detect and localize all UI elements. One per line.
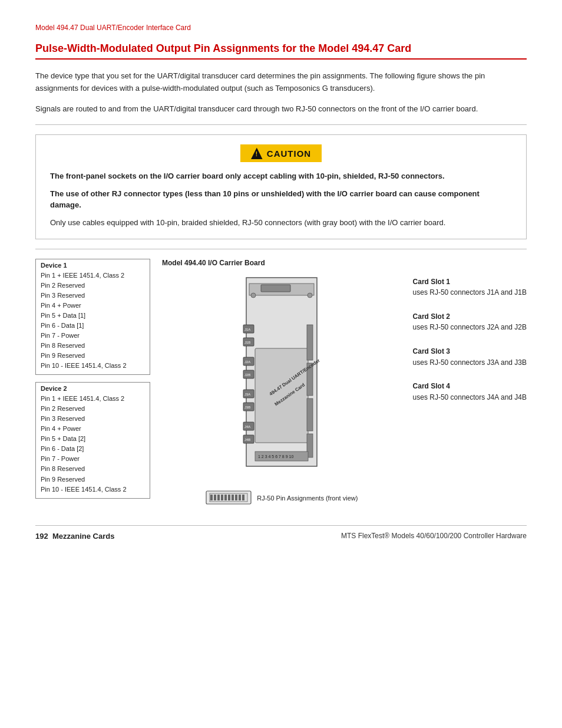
device1-header: Device 1 bbox=[41, 262, 145, 269]
footer: 192 Mezzanine Cards MTS FlexTest® Models… bbox=[35, 525, 527, 541]
caution-banner: ! CAUTION bbox=[50, 144, 512, 162]
footer-left: 192 Mezzanine Cards bbox=[35, 532, 114, 541]
svg-rect-41 bbox=[242, 495, 244, 500]
device1-pin-row: Pin 7 - Power bbox=[41, 331, 145, 341]
device1-pin-row: Pin 8 Reserved bbox=[41, 341, 145, 351]
device1-pin-row: Pin 3 Reserved bbox=[41, 291, 145, 301]
device2-pin-row: Pin 9 Reserved bbox=[41, 475, 145, 485]
card-slot-1: Card Slot 1uses RJ-50 connectors J1A and… bbox=[413, 276, 527, 298]
svg-rect-33 bbox=[214, 495, 216, 500]
section-title: Pulse-Width-Modulated Output Pin Assignm… bbox=[35, 42, 527, 60]
svg-text:1 2 3 4 5 6 7 8 9 10: 1 2 3 4 5 6 7 8 9 10 bbox=[258, 454, 293, 459]
device1-pins: Pin 1 + IEEE 1451.4, Class 2Pin 2 Reserv… bbox=[41, 271, 145, 371]
svg-text:J4A: J4A bbox=[244, 425, 250, 429]
svg-text:J1B: J1B bbox=[244, 341, 250, 344]
card-slots-col: Card Slot 1uses RJ-50 connectors J1A and… bbox=[413, 259, 527, 403]
caution-text-label: CAUTION bbox=[267, 149, 311, 159]
device2-pin-row: Pin 8 Reserved bbox=[41, 464, 145, 474]
caution-bold-1: The front-panel sockets on the I/O carri… bbox=[50, 170, 512, 182]
svg-rect-2 bbox=[261, 285, 290, 292]
device-tables: Device 1 Pin 1 + IEEE 1451.4, Class 2Pin… bbox=[35, 259, 150, 499]
svg-text:J3B: J3B bbox=[244, 406, 250, 409]
diagram-label: Model 494.40 I/O Carrier Board bbox=[162, 259, 265, 267]
footer-section: Mezzanine Cards bbox=[52, 532, 114, 541]
device2-header: Device 2 bbox=[41, 385, 145, 392]
device2-table: Device 2 Pin 1 + IEEE 1451.4, Class 2Pin… bbox=[35, 382, 150, 498]
svg-rect-36 bbox=[224, 495, 227, 500]
svg-rect-22 bbox=[307, 325, 313, 360]
svg-text:J2A: J2A bbox=[244, 360, 250, 364]
footer-right: MTS FlexTest® Models 40/60/100/200 Contr… bbox=[341, 532, 527, 540]
card-slot-desc-1: uses RJ-50 connectors J1A and J1B bbox=[413, 288, 527, 297]
svg-rect-37 bbox=[228, 495, 230, 500]
card-slot-title-4: Card Slot 4 bbox=[413, 382, 450, 390]
svg-rect-32 bbox=[210, 495, 213, 500]
rj50-pin-diagram: RJ-50 Pin Assignments (front view) bbox=[205, 489, 358, 508]
card-slot-title-1: Card Slot 1 bbox=[413, 278, 450, 286]
device2-pin-row: Pin 6 - Data [2] bbox=[41, 444, 145, 454]
svg-rect-35 bbox=[221, 495, 223, 500]
intro-p2: Signals are routed to and from the UART/… bbox=[35, 103, 527, 116]
device1-pin-row: Pin 4 + Power bbox=[41, 301, 145, 311]
device2-pin-row: Pin 7 - Power bbox=[41, 454, 145, 464]
device2-pin-row: Pin 1 + IEEE 1451.4, Class 2 bbox=[41, 394, 145, 404]
device1-table: Device 1 Pin 1 + IEEE 1451.4, Class 2Pin… bbox=[35, 259, 150, 375]
caution-exclamation: ! bbox=[251, 151, 263, 157]
rj50-label: RJ-50 Pin Assignments (front view) bbox=[257, 495, 358, 502]
card-slot-3: Card Slot 3uses RJ-50 connectors J3A and… bbox=[413, 346, 527, 368]
svg-text:J2B: J2B bbox=[244, 373, 250, 377]
diagram-center: Model 494.40 I/O Carrier Board J1A J1B bbox=[156, 259, 407, 508]
caution-box: ! CAUTION The front-panel sockets on the… bbox=[35, 134, 527, 239]
card-slot-desc-3: uses RJ-50 connectors J3A and J3B bbox=[413, 358, 527, 367]
divider-top bbox=[35, 124, 527, 125]
card-slot-desc-2: uses RJ-50 connectors J2A and J2B bbox=[413, 323, 527, 331]
device1-pin-row: Pin 2 Reserved bbox=[41, 281, 145, 291]
intro-p1: The device type that you set for the UAR… bbox=[35, 70, 527, 95]
card-slot-desc-4: uses RJ-50 connectors J4A and J4B bbox=[413, 393, 527, 401]
rj50-svg bbox=[205, 489, 252, 508]
device2-pin-row: Pin 4 + Power bbox=[41, 424, 145, 434]
svg-rect-21 bbox=[255, 348, 308, 443]
svg-rect-34 bbox=[217, 495, 220, 500]
svg-point-4 bbox=[308, 293, 312, 298]
divider-bottom bbox=[35, 249, 527, 249]
footer-page-number: 192 bbox=[35, 532, 48, 541]
svg-rect-39 bbox=[235, 495, 237, 500]
svg-rect-38 bbox=[232, 495, 234, 500]
device2-pin-row: Pin 5 + Data [2] bbox=[41, 434, 145, 444]
card-slot-2: Card Slot 2uses RJ-50 connectors J2A and… bbox=[413, 311, 527, 333]
card-slot-title-2: Card Slot 2 bbox=[413, 312, 450, 321]
device1-pin-row: Pin 9 Reserved bbox=[41, 351, 145, 361]
card-slot-title-3: Card Slot 3 bbox=[413, 347, 450, 355]
carrier-board-svg: J1A J1B J2A J2B J3A J3B J4A bbox=[211, 272, 352, 484]
breadcrumb: Model 494.47 Dual UART/Encoder Interface… bbox=[35, 24, 527, 32]
svg-text:J4B: J4B bbox=[244, 438, 250, 442]
device2-pins: Pin 1 + IEEE 1451.4, Class 2Pin 2 Reserv… bbox=[41, 394, 145, 494]
caution-label-badge: ! CAUTION bbox=[240, 144, 322, 162]
svg-rect-24 bbox=[307, 398, 313, 431]
card-slot-4: Card Slot 4uses RJ-50 connectors J4A and… bbox=[413, 381, 527, 403]
device1-pin-row: Pin 5 + Data [1] bbox=[41, 311, 145, 321]
caution-body-text: Only use cables equipped with 10-pin, br… bbox=[50, 217, 512, 229]
caution-bold-2: The use of other RJ connector types (les… bbox=[50, 188, 512, 211]
svg-text:J3A: J3A bbox=[244, 393, 250, 396]
device2-pin-row: Pin 2 Reserved bbox=[41, 404, 145, 414]
page: Model 494.47 Dual UART/Encoder Interface… bbox=[0, 0, 562, 564]
svg-text:J1A: J1A bbox=[244, 328, 250, 331]
device2-pin-row: Pin 3 Reserved bbox=[41, 414, 145, 424]
caution-triangle-icon: ! bbox=[251, 147, 263, 159]
svg-rect-40 bbox=[239, 495, 241, 500]
device1-pin-row: Pin 1 + IEEE 1451.4, Class 2 bbox=[41, 271, 145, 281]
svg-point-3 bbox=[251, 293, 256, 298]
device2-pin-row: Pin 10 - IEEE 1451.4, Class 2 bbox=[41, 485, 145, 495]
device1-pin-row: Pin 6 - Data [1] bbox=[41, 321, 145, 331]
device1-pin-row: Pin 10 - IEEE 1451.4, Class 2 bbox=[41, 361, 145, 371]
diagram-section: Device 1 Pin 1 + IEEE 1451.4, Class 2Pin… bbox=[35, 259, 527, 508]
